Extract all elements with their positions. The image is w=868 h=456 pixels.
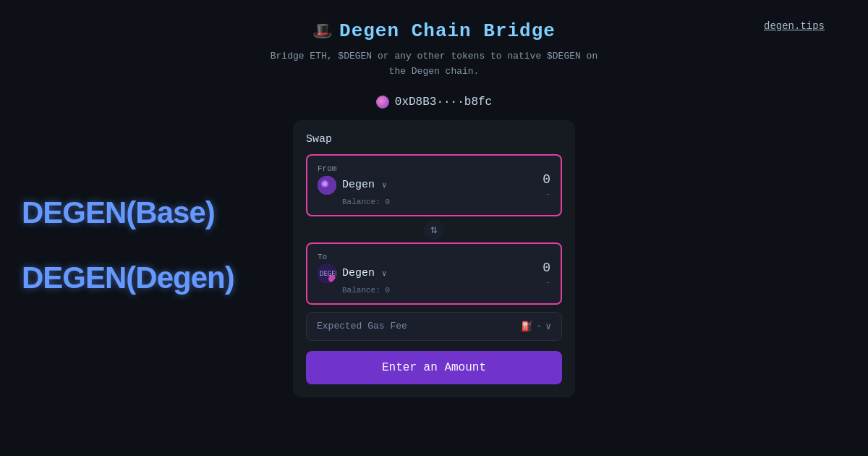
wallet-avatar [376,96,389,109]
gas-fee-right: ⛽ - ∨ [521,321,551,332]
to-chevron-icon: ∨ [382,269,387,278]
wallet-address: 0xD8B3····b8fc [395,96,492,109]
to-box-left: To DEGEN Degen ∨ Balance: 0 [318,253,390,295]
header: 🎩 Degen Chain Bridge Bridge ETH, $DEGEN … [0,0,868,80]
from-amount-sub: - [545,190,550,198]
from-token-box[interactable]: From Degen ∨ Balance: 0 0 - [306,154,562,216]
wallet-row: 0xD8B3····b8fc [0,96,868,109]
swap-label: Swap [306,133,562,145]
gas-fee-label: Expected Gas Fee [317,321,407,332]
subtitle: Bridge ETH, $DEGEN or any other tokens t… [260,49,608,80]
to-token-box[interactable]: To DEGEN Degen ∨ Balance: 0 0 - [306,242,562,305]
from-token-name: Degen [342,179,375,191]
to-box-right: 0 - [542,261,550,287]
hat-icon: 🎩 [312,22,332,41]
from-label: From [318,164,390,173]
from-amount: 0 [542,172,550,187]
to-token-icon: DEGEN [318,264,336,283]
enter-amount-button[interactable]: Enter an Amount [306,351,562,384]
from-chevron-icon: ∨ [382,180,387,190]
from-box-right: 0 - [542,172,550,198]
gas-fee-chevron: ∨ [545,321,551,332]
wallet-badge[interactable]: 0xD8B3····b8fc [376,96,492,109]
overlay-to-chain: DEGEN(Degen) [22,261,234,295]
swap-card: Swap From Degen ∨ Balance: 0 0 - [293,120,575,397]
to-token-row: DEGEN Degen ∨ [318,264,390,283]
to-token-name: Degen [342,267,375,279]
from-box-left: From Degen ∨ Balance: 0 [318,164,390,206]
to-amount: 0 [542,261,550,275]
gas-fee-value: - [536,321,542,332]
from-balance: Balance: 0 [342,198,390,206]
gas-icon: ⛽ [521,321,532,332]
page-title: Degen Chain Bridge [339,20,556,42]
swap-arrows-icon[interactable]: ⇅ [424,219,444,240]
to-label: To [318,253,390,261]
to-amount-sub: - [545,278,550,287]
degen-tips-link[interactable]: degen.tips [764,20,825,32]
svg-point-2 [323,182,327,186]
to-balance: Balance: 0 [342,286,390,295]
gas-fee-row[interactable]: Expected Gas Fee ⛽ - ∨ [306,312,562,341]
from-token-row: Degen ∨ [318,176,390,195]
overlay-from-chain: DEGEN(Base) [22,195,215,230]
from-token-icon [318,176,336,195]
svg-point-5 [328,275,336,282]
title-row: 🎩 Degen Chain Bridge [312,20,556,42]
header-center: 🎩 Degen Chain Bridge Bridge ETH, $DEGEN … [260,20,608,80]
swap-arrows[interactable]: ⇅ [306,219,562,240]
